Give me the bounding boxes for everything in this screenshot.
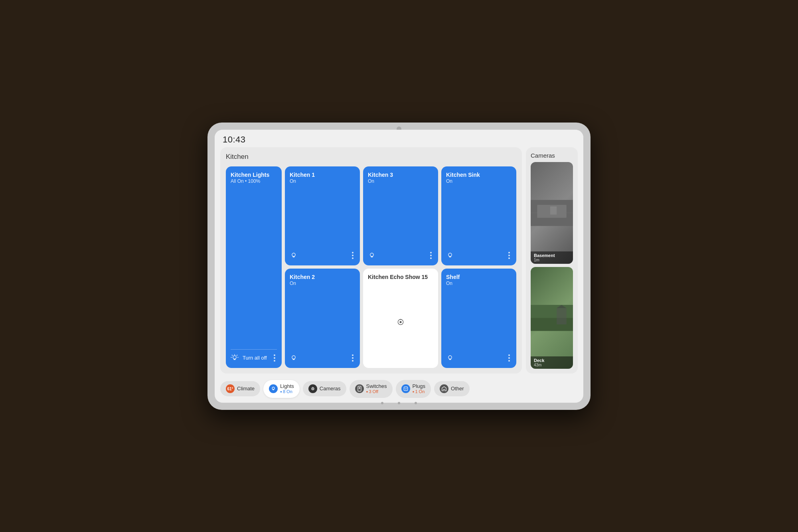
svg-point-3 [448,253,452,256]
shelf-title: Shelf [446,273,512,281]
kitchen-lights-more-icon[interactable] [272,353,277,363]
switches-icon [355,384,364,393]
kitchen2-status: On [290,281,355,286]
dot-3 [415,402,417,404]
plugs-text-group: Plugs 1 On [413,383,426,395]
nav-cameras[interactable]: Cameras [303,381,346,396]
deck-feed-svg [531,267,573,369]
svg-point-1 [292,253,295,256]
plugs-label: Plugs [413,383,426,390]
kitchen-lights-card[interactable]: Kitchen Lights All On • 100% Turn all of… [226,166,282,368]
kitchen-lights-top: Kitchen Lights All On • 100% [231,171,277,349]
kitchen-title: Kitchen [226,153,516,161]
svg-rect-12 [550,206,557,214]
svg-point-20 [312,387,313,387]
plugs-sub: 1 On [413,389,426,394]
svg-point-4 [292,356,295,359]
bulb-icon-lights [231,354,239,362]
basement-camera-feed [531,162,573,264]
shelf-card[interactable]: Shelf On [441,269,516,368]
kitchen2-info: Kitchen 2 On [290,273,355,286]
switches-svg [357,386,362,392]
deck-camera-time: 43m [534,363,570,367]
main-content: Kitchen Kitchen Lights All On • 100% [215,147,583,377]
other-text-group: Other [451,386,464,392]
lights-icon [269,384,278,393]
other-label: Other [451,386,464,392]
clock: 10:43 [223,134,246,144]
shelf-info: Shelf On [446,273,512,286]
nav-switches[interactable]: Switches 3 Off [350,380,393,398]
kitchen1-bulb-icon [290,251,298,259]
kitchen3-more-icon[interactable] [429,250,433,261]
svg-point-0 [233,356,236,359]
kitchen1-title: Kitchen 1 [290,171,355,178]
svg-point-19 [312,388,313,389]
cameras-icon [308,384,317,393]
device-frame: 10:43 Kitchen Kitchen Lights All On • 10… [207,123,591,410]
lights-label: Lights [280,383,294,390]
basement-camera-overlay: Basement 1m [531,251,573,264]
kitchen-echo-center [368,281,433,363]
turn-all-off-section: Turn all off [231,349,277,363]
svg-rect-23 [404,387,407,390]
kitchen-echo-card[interactable]: Kitchen Echo Show 15 [363,269,438,368]
svg-point-2 [370,253,373,256]
kitchen-sink-card[interactable]: Kitchen Sink On [441,166,516,266]
svg-rect-15 [557,308,566,324]
kitchen1-status: On [290,178,355,184]
deck-camera-feed [531,267,573,369]
other-icon [440,384,448,393]
kitchen1-more-icon[interactable] [350,250,355,261]
kitchen3-card[interactable]: Kitchen 3 On [363,166,438,266]
kitchen2-card[interactable]: Kitchen 2 On [285,269,360,368]
kitchen-lights-subtitle: All On • 100% [231,178,277,184]
kitchen-sink-bulb-icon [446,251,454,259]
other-svg [441,386,447,392]
kitchen-sink-status: On [446,178,512,184]
svg-point-24 [405,388,405,389]
kitchen1-card[interactable]: Kitchen 1 On [285,166,360,266]
shelf-bottom [446,353,512,363]
kitchen-echo-info: Kitchen Echo Show 15 [368,273,433,281]
nav-plugs[interactable]: Plugs 1 On [396,380,431,398]
kitchen3-bulb-icon [368,251,376,259]
kitchen-echo-title: Kitchen Echo Show 15 [368,273,433,281]
cameras-title: Cameras [531,152,573,159]
kitchen2-more-icon[interactable] [350,353,355,363]
kitchen-sink-more-icon[interactable] [507,250,512,261]
switches-sub: 3 Off [366,389,387,394]
svg-point-8 [448,356,452,359]
switches-label: Switches [366,383,387,390]
nav-other[interactable]: Other [434,381,470,396]
dot-1 [381,402,383,404]
nav-climate[interactable]: 61° Climate [220,381,260,396]
kitchen-sink-title: Kitchen Sink [446,171,512,178]
basement-camera-time: 1m [534,258,570,262]
svg-point-6 [400,321,402,323]
lights-bulb-svg [271,386,276,392]
deck-camera-card[interactable]: Deck 43m [531,267,573,369]
kitchen3-title: Kitchen 3 [368,171,433,178]
kitchen1-info: Kitchen 1 On [290,171,355,184]
plugs-icon [401,384,410,393]
kitchen-lights-title: Kitchen Lights [231,171,277,178]
shelf-more-icon[interactable] [507,353,512,363]
svg-rect-22 [359,387,360,389]
deck-camera-name: Deck [534,358,570,363]
kitchen2-bottom [290,353,355,363]
cameras-svg [310,386,316,392]
echo-camera-icon [397,318,405,326]
kitchen-sink-bottom [446,250,512,261]
kitchen2-bulb-icon [290,354,298,362]
cameras-label: Cameras [320,386,341,392]
basement-camera-name: Basement [534,253,570,258]
svg-point-25 [406,388,407,389]
nav-lights[interactable]: Lights 8 On [263,380,300,398]
turn-all-off-button[interactable]: Turn all off [243,355,268,361]
lights-text-group: Lights 8 On [280,383,294,395]
kitchen3-bottom [368,250,433,261]
climate-label: Climate [237,386,255,392]
basement-camera-card[interactable]: Basement 1m [531,162,573,264]
deck-camera-overlay: Deck 43m [531,356,573,369]
